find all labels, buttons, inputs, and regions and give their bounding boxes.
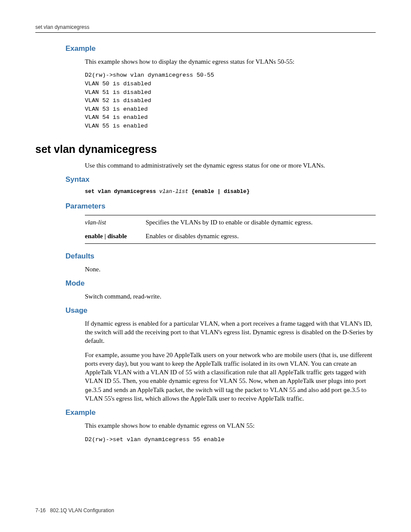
- usage-p1: If dynamic egress is enabled for a parti…: [85, 319, 376, 345]
- syntax-heading: Syntax: [65, 175, 376, 185]
- example-intro-top: This example shows how to display the dy…: [85, 57, 376, 130]
- param-key-ital: vlan-list: [85, 219, 106, 226]
- param-desc: Enables or disables dynamic egress.: [146, 229, 376, 243]
- example-code-top: D2(rw)->show vlan dynamicegress 50-55 VL…: [85, 71, 376, 130]
- syntax-options: {enable | disable}: [192, 189, 250, 195]
- port-ref: ge: [85, 387, 92, 394]
- usage-p2: For example, assume you have 20 AppleTal…: [85, 351, 376, 403]
- example-intro-bottom: This example shows how to enable dynamic…: [85, 421, 376, 430]
- table-row: vlan-list Specifies the VLANs by ID to e…: [85, 215, 376, 230]
- usage-heading: Usage: [65, 306, 376, 316]
- syntax-arg: vlan-list: [159, 189, 189, 195]
- usage-p2-b: .3.5 and sends an AppleTalk packet, the …: [92, 386, 343, 393]
- mode-body: Switch command, read-write.: [85, 292, 376, 301]
- defaults-body: None.: [85, 265, 376, 274]
- page-footer: 7-16 802.1Q VLAN Configuration: [35, 507, 114, 514]
- example-heading-bottom: Example: [65, 408, 376, 418]
- table-row: enable | disable Enables or disables dyn…: [85, 229, 376, 243]
- example-code-bottom: D2(rw)->set vlan dynamicegress 55 enable: [85, 436, 376, 444]
- running-head: set vlan dynamicegress: [35, 24, 376, 33]
- port-ref: ge: [343, 387, 350, 394]
- command-desc: Use this command to administratively set…: [85, 161, 376, 170]
- usage-p2-a: For example, assume you have 20 AppleTal…: [85, 352, 372, 385]
- example-heading-top: Example: [65, 44, 376, 54]
- example-intro-text: This example shows how to display the dy…: [85, 57, 376, 66]
- page-body: set vlan dynamicegress Example This exam…: [0, 0, 411, 532]
- parameters-heading: Parameters: [65, 202, 376, 212]
- footer-label: 802.1Q VLAN Configuration: [50, 507, 114, 513]
- mode-heading: Mode: [65, 279, 376, 289]
- param-desc: Specifies the VLANs by ID to enable or d…: [146, 215, 376, 230]
- parameters-table: vlan-list Specifies the VLANs by ID to e…: [85, 215, 376, 244]
- syntax-cmd: set vlan dynamicegress: [85, 189, 156, 195]
- page-number: 7-16: [35, 507, 46, 513]
- syntax-line: set vlan dynamicegress vlan-list {enable…: [85, 188, 376, 196]
- command-title: set vlan dynamicegress: [35, 142, 376, 157]
- defaults-heading: Defaults: [65, 252, 376, 261]
- param-key-bold: enable | disable: [85, 233, 127, 240]
